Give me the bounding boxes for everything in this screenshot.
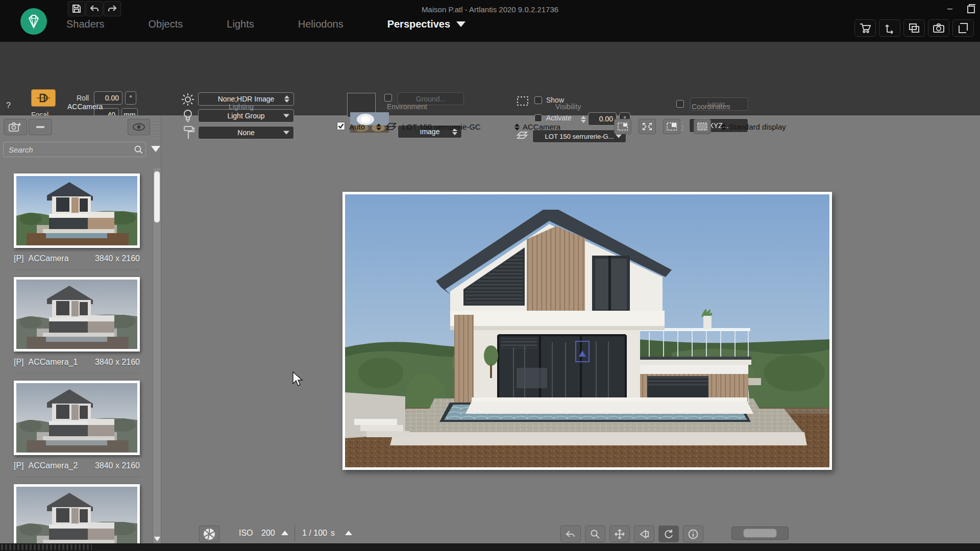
camera-list-item[interactable]: [P] ACCamera_1 3840 x 2160 <box>14 277 140 373</box>
display-mode-split-button[interactable] <box>663 119 680 134</box>
display-mode-fullview-button[interactable] <box>639 119 656 134</box>
divider <box>14 373 140 373</box>
ground-checkbox[interactable] <box>384 94 392 102</box>
perspectives-dropdown-icon[interactable] <box>456 21 465 27</box>
laser-checkbox[interactable] <box>676 100 684 108</box>
header-tools <box>854 19 974 37</box>
lighting-section-label: Lighting <box>229 103 254 111</box>
viewbar-layer-select[interactable]: LOT 150 serrurerie-GC <box>402 122 481 131</box>
camera-type-tag: [P] <box>14 254 24 263</box>
camera-list-item[interactable] <box>14 484 140 543</box>
main-menu: Shaders Objects Lights Heliodons Perspec… <box>66 18 465 30</box>
help-icon[interactable]: ? <box>6 101 11 110</box>
search-filter-dropdown-icon[interactable] <box>151 146 160 152</box>
camera-list-item[interactable]: [P] ACCamera_2 3840 x 2160 <box>14 381 140 477</box>
camera-type-tag: [P] <box>14 461 24 470</box>
camera-settings-button[interactable] <box>31 89 56 107</box>
header: Maison P.atl - Artlantis 2020 9.0.2.2173… <box>0 0 980 42</box>
visibility-section-label: Visibility <box>555 103 581 111</box>
layers-icon <box>385 122 399 132</box>
camera-thumbnail[interactable] <box>14 484 140 543</box>
viewbar-camera-select[interactable]: ACCamera <box>523 122 560 131</box>
camera-name: ACCamera_2 <box>28 461 78 470</box>
tab-perspectives[interactable]: Perspectives <box>387 18 450 30</box>
shutter-unit: s <box>331 529 335 538</box>
active-camera-name: ACCamera <box>67 103 103 111</box>
mouse-cursor <box>292 371 303 387</box>
display-mode-preview-button[interactable] <box>694 119 711 134</box>
heliodon-sun-icon <box>181 93 194 106</box>
scrollbar-thumb[interactable] <box>154 171 160 222</box>
camera-resolution: 3840 x 2160 <box>95 461 140 470</box>
cameras-sidebar: [P] ACCamera 3840 x 2160 [P] ACCamera_1 … <box>0 115 161 543</box>
roll-unit: ° <box>125 91 136 105</box>
add-camera-button[interactable] <box>4 119 27 135</box>
coordinates-section-label: Coordinates <box>692 103 730 111</box>
selection-marquee-icon <box>517 96 529 106</box>
application-window: Maison P.atl - Artlantis 2020 9.0.2.2173… <box>0 0 980 551</box>
camera-name: ACCamera <box>28 254 68 263</box>
camera-thumbnail[interactable] <box>14 277 140 352</box>
crop-frame-button[interactable] <box>952 19 974 37</box>
iso-up-icon[interactable] <box>281 531 288 535</box>
divider <box>14 477 140 477</box>
camera-list-item[interactable]: [P] ACCamera 3840 x 2160 <box>14 173 140 270</box>
render-view-button[interactable] <box>634 525 654 542</box>
media-store-button[interactable] <box>854 19 876 37</box>
scroll-down-icon[interactable] <box>154 537 160 541</box>
roll-label: Roll <box>77 94 89 102</box>
shutter-up-icon[interactable] <box>345 531 352 535</box>
environment-section-label: Environment <box>387 103 427 111</box>
display-mode-window-button[interactable] <box>614 119 631 134</box>
render-settings-bar: ISO 200 1 / 100 s <box>161 524 980 543</box>
move-scene-button[interactable] <box>879 19 900 37</box>
perspectives-toolbar: Roll 0.00 ° Focal 40 mm ? ACCamera None;… <box>0 42 980 115</box>
search-input[interactable] <box>3 142 146 157</box>
spinner-arrows-icon[interactable] <box>376 123 381 131</box>
tab-heliodons[interactable]: Heliodons <box>298 18 344 30</box>
display-style-select[interactable]: Standard display <box>729 122 786 131</box>
search-icon <box>134 145 143 154</box>
preview-zoom-thumb[interactable] <box>743 529 777 538</box>
visibility-eye-button[interactable] <box>128 119 150 135</box>
aperture-button[interactable] <box>199 525 219 542</box>
camera-resolution: 3840 x 2160 <box>95 254 140 263</box>
duplicate-button[interactable] <box>903 19 925 37</box>
camera-thumbnail[interactable] <box>14 173 140 248</box>
camera-list: [P] ACCamera 3840 x 2160 [P] ACCamera_1 … <box>0 166 153 543</box>
camera-thumbnail[interactable] <box>14 381 140 455</box>
tab-shaders[interactable]: Shaders <box>66 18 105 30</box>
show-checkbox[interactable] <box>534 96 542 104</box>
camera-type-tag: [P] <box>14 358 24 366</box>
divider <box>295 524 295 541</box>
zoom-tool-button[interactable] <box>585 525 605 542</box>
pan-tool-button[interactable] <box>609 525 630 542</box>
remove-camera-button[interactable] <box>29 119 52 135</box>
sidebar-resize-grip[interactable] <box>154 119 160 140</box>
preview-zoom-slider[interactable] <box>731 527 789 540</box>
minimize-button[interactable]: – <box>947 3 952 14</box>
artlantis-logo-icon <box>20 8 47 35</box>
camera-name: ACCamera_1 <box>28 358 78 366</box>
window-title: Maison P.atl - Artlantis 2020 9.0.2.2173… <box>0 5 980 14</box>
auto-checkbox[interactable] <box>337 122 345 130</box>
maximize-button[interactable] <box>966 4 976 14</box>
camera-resolution: 3840 x 2160 <box>95 358 140 367</box>
auto-label: Auto <box>349 122 365 131</box>
refresh-button[interactable] <box>658 525 679 542</box>
spinner-arrows-icon[interactable] <box>514 123 520 131</box>
render-preview[interactable] <box>342 192 832 470</box>
shutter-value: 1 / 100 <box>302 529 327 538</box>
snapshot-camera-button[interactable] <box>928 19 949 37</box>
progress-hatch <box>1 544 92 550</box>
undo-view-button[interactable] <box>560 525 581 542</box>
iso-label: ISO <box>239 529 253 538</box>
sidebar-scrollbar[interactable] <box>153 168 161 543</box>
spinner-arrows-icon[interactable] <box>721 123 726 131</box>
info-button[interactable] <box>683 525 703 542</box>
tab-lights[interactable]: Lights <box>227 18 254 30</box>
iso-value: 200 <box>261 529 275 538</box>
divider <box>14 269 140 270</box>
status-strip <box>0 543 980 551</box>
tab-objects[interactable]: Objects <box>149 18 183 30</box>
